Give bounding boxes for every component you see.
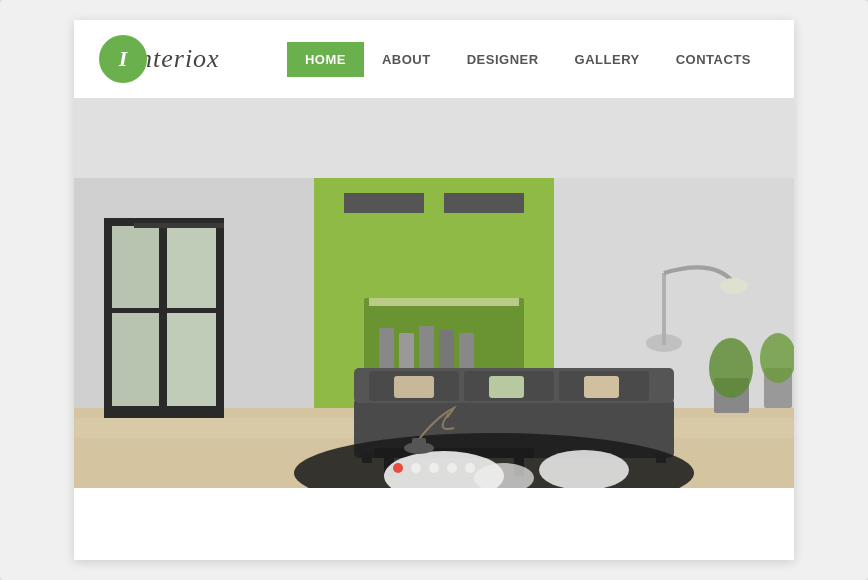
- svg-rect-18: [419, 326, 434, 368]
- nav-item-designer[interactable]: DESIGNER: [449, 42, 557, 77]
- site-container: I nteriox HOME ABOUT DESIGNER GALLERY CO…: [74, 20, 794, 560]
- svg-rect-11: [112, 308, 216, 313]
- browser-window: I nteriox HOME ABOUT DESIGNER GALLERY CO…: [0, 0, 868, 580]
- nav-item-about[interactable]: ABOUT: [364, 42, 449, 77]
- svg-point-26: [709, 338, 753, 398]
- slider-dot-2[interactable]: [411, 463, 421, 473]
- svg-rect-8: [112, 226, 162, 406]
- header: I nteriox HOME ABOUT DESIGNER GALLERY CO…: [74, 20, 794, 98]
- hero-section: [74, 98, 794, 488]
- svg-rect-35: [489, 376, 524, 398]
- slider-dot-3[interactable]: [429, 463, 439, 473]
- slider-dot-5[interactable]: [465, 463, 475, 473]
- svg-rect-14: [444, 193, 524, 213]
- svg-rect-13: [344, 193, 424, 213]
- svg-rect-12: [134, 223, 224, 228]
- svg-rect-20: [459, 333, 474, 368]
- svg-rect-10: [159, 226, 167, 406]
- logo-circle: I: [99, 35, 147, 83]
- logo[interactable]: I nteriox: [99, 35, 220, 83]
- main-nav: HOME ABOUT DESIGNER GALLERY CONTACTS: [287, 42, 769, 77]
- svg-rect-47: [412, 438, 426, 450]
- svg-rect-9: [166, 226, 216, 406]
- hero-image: [74, 98, 794, 488]
- nav-item-gallery[interactable]: GALLERY: [557, 42, 658, 77]
- nav-item-home[interactable]: HOME: [287, 42, 364, 77]
- logo-text: nteriox: [139, 44, 220, 74]
- slider-dots: [393, 463, 475, 473]
- svg-point-24: [720, 278, 748, 294]
- slider-dot-1[interactable]: [393, 463, 403, 473]
- svg-rect-23: [662, 273, 666, 345]
- svg-rect-34: [394, 376, 434, 398]
- svg-rect-16: [379, 328, 394, 368]
- svg-rect-17: [399, 333, 414, 368]
- slider-dot-4[interactable]: [447, 463, 457, 473]
- logo-circle-letter: I: [119, 46, 128, 72]
- svg-rect-21: [369, 298, 519, 306]
- nav-item-contacts[interactable]: CONTACTS: [658, 42, 769, 77]
- svg-rect-19: [439, 330, 454, 368]
- svg-rect-36: [584, 376, 619, 398]
